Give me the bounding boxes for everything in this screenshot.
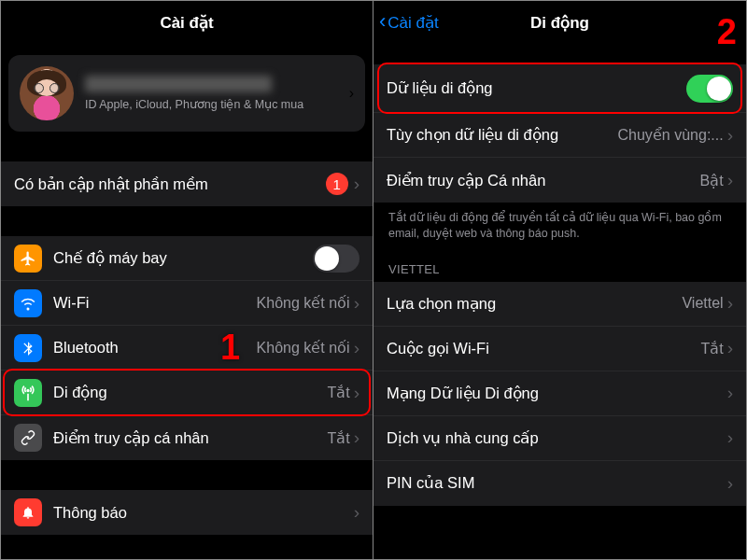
personal-hotspot-row[interactable]: Điểm truy cập cá nhân Tắt › — [1, 415, 373, 460]
row-label: Điểm truy cập Cá nhân — [387, 172, 700, 189]
network-selection-row[interactable]: Lựa chọn mạng Viettel › — [374, 282, 746, 327]
row-value: Bật — [700, 172, 724, 189]
chevron-right-icon: › — [727, 125, 733, 146]
cellular-data-network-row[interactable]: Mạng Dữ liệu Di động › — [374, 371, 746, 416]
apple-id-profile-row[interactable]: ID Apple, iCloud, Phương tiện & Mục mua … — [8, 55, 365, 132]
cellular-data-toggle[interactable] — [686, 75, 733, 103]
chevron-right-icon: › — [354, 338, 359, 358]
row-value: Viettel — [682, 295, 723, 312]
cellular-data-row[interactable]: Dữ liệu di động — [374, 64, 746, 113]
carrier-section-header: VIETTEL — [374, 245, 746, 282]
wifi-row[interactable]: Wi-Fi Không kết nối › — [1, 281, 373, 326]
row-label: Thông báo — [53, 504, 354, 522]
chevron-right-icon: › — [354, 427, 359, 448]
chevron-right-icon: › — [727, 170, 733, 190]
bluetooth-row[interactable]: Bluetooth Không kết nối › — [1, 326, 373, 371]
row-label: Dữ liệu di động — [387, 79, 686, 97]
row-label: Di động — [53, 384, 327, 401]
bluetooth-icon — [14, 334, 42, 362]
carrier-services-row[interactable]: Dịch vụ nhà cung cấp › — [374, 416, 746, 461]
row-label: Điểm truy cập cá nhân — [53, 429, 327, 447]
chevron-right-icon: › — [727, 293, 733, 314]
row-label: PIN của SIM — [387, 474, 727, 492]
airplane-mode-row[interactable]: Chế độ máy bay — [1, 236, 373, 281]
chevron-right-icon: › — [727, 338, 733, 358]
personal-hotspot-row[interactable]: Điểm truy cập Cá nhân Bật › — [374, 158, 746, 203]
row-label: Mạng Dữ liệu Di động — [387, 385, 727, 402]
cellular-row[interactable]: Di động Tắt › — [1, 371, 373, 415]
row-value: Tắt — [327, 429, 349, 447]
update-badge: 1 — [326, 173, 348, 195]
cellular-data-options-row[interactable]: Tùy chọn dữ liệu di động Chuyển vùng:...… — [374, 113, 746, 158]
row-label: Lựa chọn mạng — [387, 295, 682, 313]
profile-subtitle: ID Apple, iCloud, Phương tiện & Mục mua — [85, 98, 349, 112]
profile-name-blurred — [85, 76, 272, 92]
airplane-icon — [14, 245, 42, 273]
sim-pin-row[interactable]: PIN của SIM › — [374, 461, 746, 506]
nav-title: Cài đặt — [160, 13, 213, 33]
step-number-1: 1 — [220, 328, 240, 368]
row-value: Chuyển vùng:... — [618, 126, 724, 144]
chevron-right-icon: › — [727, 383, 733, 403]
back-button[interactable]: ‹ Cài đặt — [379, 1, 439, 44]
row-value: Không kết nối — [257, 339, 350, 357]
cellular-settings-pane: ‹ Cài đặt Di động Dữ liệu di động Tùy ch… — [374, 1, 746, 559]
wifi-icon — [14, 289, 42, 317]
nav-bar: ‹ Cài đặt Di động — [374, 1, 746, 44]
bell-icon — [14, 498, 42, 526]
chevron-right-icon: › — [354, 293, 359, 314]
chevron-right-icon: › — [354, 383, 359, 403]
avatar — [20, 66, 74, 120]
chevron-left-icon: ‹ — [379, 9, 386, 34]
chevron-right-icon: › — [727, 427, 733, 448]
row-label: Dịch vụ nhà cung cấp — [387, 429, 727, 447]
cellular-data-note: Tắt dữ liệu di động để truyền tất cả dữ … — [374, 203, 746, 245]
wifi-calling-row[interactable]: Cuộc gọi Wi-Fi Tắt › — [374, 327, 746, 371]
chevron-right-icon: › — [727, 473, 733, 494]
row-label: Cuộc gọi Wi-Fi — [387, 340, 700, 357]
row-value: Tắt — [700, 340, 723, 357]
settings-root-pane: Cài đặt ID Apple, iCloud, Phương tiện & … — [1, 1, 374, 559]
row-value: Không kết nối — [257, 294, 350, 312]
row-label: Tùy chọn dữ liệu di động — [387, 126, 618, 144]
software-update-row[interactable]: Có bản cập nhật phần mềm 1 › — [1, 161, 373, 206]
chevron-right-icon: › — [349, 85, 354, 102]
back-label: Cài đặt — [388, 13, 438, 33]
step-number-2: 2 — [717, 12, 737, 52]
antenna-icon — [14, 379, 42, 407]
nav-bar: Cài đặt — [1, 1, 373, 44]
airplane-toggle[interactable] — [313, 245, 359, 273]
row-label: Wi-Fi — [53, 294, 257, 312]
link-icon — [14, 424, 42, 452]
chevron-right-icon: › — [354, 502, 359, 523]
chevron-right-icon: › — [354, 174, 359, 194]
nav-title: Di động — [530, 13, 589, 33]
row-label: Có bản cập nhật phần mềm — [14, 175, 326, 193]
notifications-row[interactable]: Thông báo › — [1, 490, 373, 535]
row-label: Chế độ máy bay — [53, 249, 313, 267]
row-value: Tắt — [327, 384, 349, 401]
